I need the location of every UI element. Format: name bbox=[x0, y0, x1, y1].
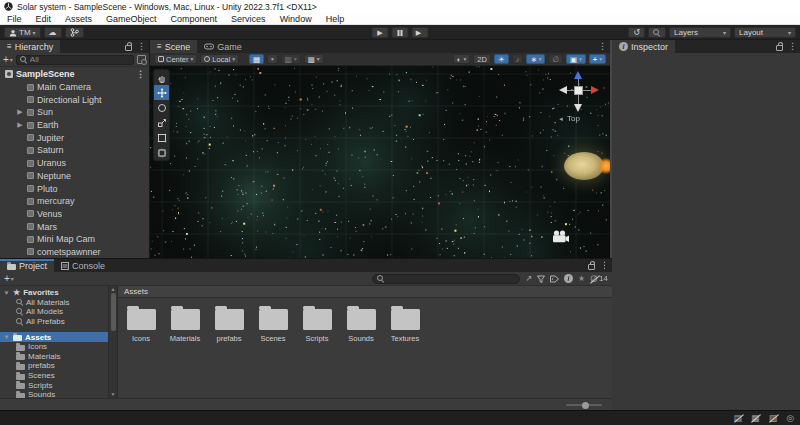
icon-size-slider[interactable] bbox=[566, 404, 602, 406]
filter-by-label-icon[interactable] bbox=[550, 275, 559, 283]
search-filter-icon[interactable] bbox=[137, 55, 146, 64]
pause-button[interactable] bbox=[392, 27, 409, 38]
expand-arrow-icon[interactable]: ▶ bbox=[16, 108, 24, 116]
expand-arrow-icon[interactable]: ▶ bbox=[16, 121, 24, 129]
menu-services[interactable]: Services bbox=[224, 14, 273, 24]
orientation-gizmo[interactable] bbox=[558, 71, 600, 113]
kebab-menu-icon[interactable]: ⋮ bbox=[600, 261, 609, 270]
hierarchy-item-sun[interactable]: ▶Sun bbox=[0, 106, 149, 119]
undo-history-button[interactable]: ↺ bbox=[628, 27, 645, 38]
gizmo-axis-left[interactable] bbox=[559, 86, 567, 94]
scene-lighting-toggle[interactable]: ☀ bbox=[494, 54, 509, 64]
menu-help[interactable]: Help bbox=[319, 14, 352, 24]
kebab-menu-icon[interactable]: ⋮ bbox=[788, 42, 797, 51]
lock-icon[interactable] bbox=[588, 264, 595, 270]
info-icon[interactable]: i bbox=[564, 274, 573, 283]
hierarchy-item-cometspawnner[interactable]: cometspawnner bbox=[0, 246, 149, 258]
hierarchy-item-main-camera[interactable]: Main Camera bbox=[0, 81, 149, 94]
favorite-star-icon[interactable]: ★ bbox=[578, 274, 585, 283]
expand-arrow-icon[interactable]: ▼ bbox=[3, 334, 10, 340]
scale-tool-button[interactable] bbox=[154, 115, 169, 130]
menu-file[interactable]: File bbox=[0, 14, 29, 24]
2d-view-toggle[interactable]: 2D bbox=[473, 54, 491, 64]
transform-tool-button[interactable] bbox=[154, 145, 169, 160]
tab-game[interactable]: Game bbox=[197, 40, 249, 53]
expand-arrow-icon[interactable]: ▼ bbox=[0, 71, 2, 78]
rotate-tool-button[interactable] bbox=[154, 100, 169, 115]
scene-camera-dropdown[interactable]: ▣▾ bbox=[566, 54, 586, 64]
lock-icon[interactable] bbox=[776, 45, 783, 51]
tree-item-scenes[interactable]: Scenes bbox=[0, 371, 108, 381]
gizmos-dropdown[interactable]: +▾ bbox=[589, 54, 606, 64]
project-searchbox[interactable] bbox=[372, 274, 520, 284]
increment-snap-toggle[interactable]: ▥▾ bbox=[281, 54, 301, 64]
tree-item-materials[interactable]: Materials bbox=[0, 352, 108, 362]
global-search-button[interactable] bbox=[648, 27, 666, 38]
tree-item-all-prefabs[interactable]: All Prefabs bbox=[0, 317, 108, 327]
shading-mode-dropdown[interactable]: ◐▾ bbox=[453, 54, 470, 64]
menu-window[interactable]: Window bbox=[273, 14, 319, 24]
view-hand-tool-button[interactable] bbox=[154, 70, 169, 85]
play-button[interactable]: ▶ bbox=[372, 27, 389, 38]
tree-item-sounds[interactable]: Sounds bbox=[0, 390, 108, 398]
tab-console[interactable]: Console bbox=[54, 259, 112, 272]
scene-kebab-icon[interactable]: ⋮ bbox=[136, 70, 145, 79]
layers-dropdown[interactable]: Layers▾ bbox=[669, 27, 731, 38]
grid-snap-toggle[interactable]: ▦ bbox=[249, 54, 264, 64]
scene-viewport[interactable]: ◄ Top bbox=[150, 66, 610, 258]
scene-audio-toggle[interactable]: ♪ bbox=[512, 54, 524, 64]
grid-visibility-dropdown[interactable]: ▩▾ bbox=[304, 54, 324, 64]
gizmo-axis-x[interactable] bbox=[591, 86, 599, 94]
hierarchy-item-samplescene[interactable]: ▼ SampleScene ⋮ bbox=[0, 68, 149, 81]
hierarchy-item-venus[interactable]: Venus bbox=[0, 208, 149, 221]
hierarchy-item-mini-map-cam[interactable]: Mini Map Cam bbox=[0, 233, 149, 246]
asset-folder-materials[interactable]: Materials bbox=[166, 304, 204, 343]
account-button[interactable]: TM ▾ bbox=[4, 27, 41, 38]
open-in-search-icon[interactable]: ↗ bbox=[525, 274, 532, 283]
activity-status-icon[interactable]: ◎ bbox=[786, 413, 794, 423]
hierarchy-item-earth[interactable]: ▶Earth bbox=[0, 119, 149, 132]
tree-item-prefabs[interactable]: prefabs bbox=[0, 361, 108, 371]
tab-project[interactable]: Project bbox=[0, 259, 54, 272]
hierarchy-item-saturn[interactable]: Saturn bbox=[0, 144, 149, 157]
cache-server-status-icon[interactable]: ▤ bbox=[734, 413, 743, 423]
project-create-button[interactable]: +▾ bbox=[4, 273, 14, 284]
gizmo-axis-down[interactable] bbox=[574, 104, 582, 112]
scene-render-canvas[interactable] bbox=[150, 66, 610, 258]
tree-item-all-materials[interactable]: All Materials bbox=[0, 298, 108, 308]
scroll-up-icon[interactable]: ▲ bbox=[111, 286, 116, 293]
tab-scene[interactable]: ≡ Scene bbox=[150, 40, 197, 53]
tree-item-all-models[interactable]: All Models bbox=[0, 307, 108, 317]
tree-item-icons[interactable]: Icons bbox=[0, 342, 108, 352]
scroll-down-icon[interactable]: ▼ bbox=[111, 391, 116, 398]
hierarchy-item-uranus[interactable]: Uranus bbox=[0, 157, 149, 170]
kebab-menu-icon[interactable]: ⋮ bbox=[598, 42, 607, 51]
grid-snap-dropdown[interactable]: ▾ bbox=[267, 54, 278, 64]
camera-gizmo-icon[interactable] bbox=[552, 230, 570, 243]
tool-handle-rotation-dropdown[interactable]: Local▾ bbox=[200, 54, 239, 64]
scene-effects-dropdown[interactable]: ∗▾ bbox=[526, 54, 545, 64]
hierarchy-item-neptune[interactable]: Neptune bbox=[0, 170, 149, 183]
lock-icon[interactable] bbox=[125, 45, 132, 51]
gizmo-axis-up[interactable] bbox=[574, 71, 582, 79]
move-tool-button[interactable] bbox=[154, 85, 169, 100]
tree-section-favorites[interactable]: ▼★Favorites bbox=[0, 288, 108, 298]
rect-tool-button[interactable] bbox=[154, 130, 169, 145]
scrollbar-thumb[interactable] bbox=[111, 293, 116, 331]
menu-gameobject[interactable]: GameObject bbox=[99, 14, 164, 24]
tab-hierarchy[interactable]: ≡ Hierarchy bbox=[0, 40, 60, 53]
breadcrumb[interactable]: Assets bbox=[118, 286, 612, 298]
asset-folder-textures[interactable]: Textures bbox=[386, 304, 424, 343]
menu-component[interactable]: Component bbox=[164, 14, 225, 24]
tree-section-assets[interactable]: ▼Assets bbox=[0, 332, 108, 342]
asset-folder-scripts[interactable]: Scripts bbox=[298, 304, 336, 343]
tree-scrollbar[interactable]: ▲ ▼ bbox=[108, 286, 117, 398]
hierarchy-item-jupiter[interactable]: Jupiter bbox=[0, 131, 149, 144]
asset-folder-prefabs[interactable]: prefabs bbox=[210, 304, 248, 343]
kebab-menu-icon[interactable]: ⋮ bbox=[137, 42, 146, 51]
tree-item-scripts[interactable]: Scripts bbox=[0, 380, 108, 390]
menu-edit[interactable]: Edit bbox=[29, 14, 59, 24]
hidden-packages-count[interactable]: ∅14 bbox=[590, 274, 608, 284]
step-button[interactable]: ▶ bbox=[412, 27, 429, 38]
hierarchy-item-mercuray[interactable]: mercuray bbox=[0, 195, 149, 208]
